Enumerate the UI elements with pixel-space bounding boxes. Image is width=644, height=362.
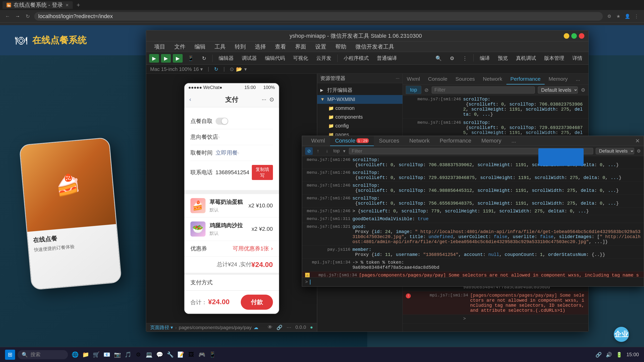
compile-btn-1[interactable]: ▶: [149, 54, 159, 63]
menu-goto[interactable]: 转到: [231, 41, 250, 52]
nav-more-btn[interactable]: ···: [262, 96, 266, 103]
res-more-icon[interactable]: ···: [396, 76, 399, 81]
taskbar-icon-game[interactable]: 🎮: [197, 350, 206, 359]
mode-selector[interactable]: 小程序模式: [341, 54, 372, 63]
pickup-toggle[interactable]: [216, 118, 228, 125]
visual-btn[interactable]: 可视化: [290, 54, 311, 63]
network-selector[interactable]: 普通编译: [374, 54, 400, 63]
minimize-button[interactable]: ─: [564, 33, 569, 39]
profile-icon[interactable]: 👤: [624, 13, 631, 20]
start-button[interactable]: ⊞: [5, 350, 15, 360]
pickup-time-arrow[interactable]: ›: [238, 150, 239, 156]
search-btn[interactable]: 🔍: [432, 54, 445, 63]
upload-btn[interactable]: 编译: [477, 54, 493, 63]
refresh-btn[interactable]: ↻: [199, 54, 209, 63]
back-chevron[interactable]: ‹: [189, 96, 191, 103]
taskbar-icon-notes[interactable]: 📝: [176, 350, 185, 359]
close-button[interactable]: ✕: [579, 33, 584, 39]
back-button[interactable]: ←: [4, 13, 11, 20]
menu-icon[interactable]: ⋮: [633, 13, 640, 20]
editor-btn[interactable]: 编辑器: [216, 54, 237, 63]
insp-tab-sources[interactable]: Sources: [452, 74, 479, 84]
overlay-tab-performance[interactable]: Performance: [435, 136, 476, 146]
taskbar-icon-phone[interactable]: 📱: [208, 350, 217, 359]
debugger-btn[interactable]: 调试器: [239, 54, 260, 63]
menu-wechat-tools[interactable]: 微信开发者工具: [351, 41, 398, 52]
menu-select[interactable]: 选择: [251, 41, 270, 52]
menu-tools[interactable]: 工具: [211, 41, 230, 52]
taskbar-icon-camera[interactable]: 📷: [113, 350, 122, 359]
ov-icon2[interactable]: ↑: [314, 147, 322, 155]
console-filter-input[interactable]: [432, 86, 535, 94]
details-btn[interactable]: 详情: [569, 54, 585, 63]
copy-button[interactable]: 复制填写: [252, 165, 273, 180]
ov-icon3[interactable]: ↓: [323, 147, 331, 155]
menu-file[interactable]: 文件: [170, 41, 189, 52]
pay-button[interactable]: 付款: [241, 295, 273, 310]
forward-button[interactable]: →: [14, 13, 21, 20]
tree-folder-components[interactable]: 📁 components: [317, 113, 403, 121]
taskbar-search[interactable]: 🔍 搜索: [18, 350, 68, 359]
insp-tab-performance[interactable]: Performance: [506, 74, 545, 84]
refresh-button[interactable]: ↻: [24, 13, 31, 20]
overlay-tab-more[interactable]: ...: [506, 136, 521, 146]
cloud-dev-btn[interactable]: 云开发: [313, 54, 334, 63]
ov-settings-icon[interactable]: ⚙: [637, 148, 641, 154]
overlay-tab-network[interactable]: Network: [404, 136, 435, 146]
taskbar-icon-folder[interactable]: 📁: [81, 350, 90, 359]
edit-code-btn[interactable]: 编辑代码: [262, 54, 288, 63]
console-level-select[interactable]: Default levels: [538, 86, 578, 94]
path-reload-icon[interactable]: ↻: [214, 66, 218, 72]
new-tab-button[interactable]: +: [75, 1, 82, 9]
taskbar-icon-mail[interactable]: 📧: [102, 350, 111, 359]
restaurant-arrow[interactable]: ›: [218, 134, 220, 140]
device-btn[interactable]: 📱: [185, 54, 197, 63]
extensions-icon[interactable]: ⚙: [606, 13, 613, 20]
insp-tab-network[interactable]: Network: [479, 74, 506, 84]
blue-overlay-button[interactable]: [538, 148, 584, 166]
overlay-tab-sources[interactable]: Sources: [374, 136, 404, 146]
path-more[interactable]: ▾: [244, 66, 247, 72]
version-btn[interactable]: 版本管理: [541, 54, 567, 63]
overlay-tab-memory[interactable]: Memory: [476, 136, 506, 146]
menu-edit[interactable]: 编辑: [190, 41, 210, 52]
menu-settings[interactable]: 设置: [311, 41, 330, 52]
tree-expand-editor[interactable]: ▶ 打开编辑器: [317, 85, 403, 95]
ov-no-icon[interactable]: ⊘: [305, 147, 313, 155]
nav-circle-btn[interactable]: ⊙: [269, 96, 274, 103]
path-pages[interactable]: 页面路径 ▾: [150, 324, 173, 331]
compile-btn-2[interactable]: ▶: [161, 54, 171, 63]
bookmark-icon[interactable]: ★: [615, 13, 622, 20]
inspect-element-btn[interactable]: 🔍: [588, 76, 588, 82]
menu-view[interactable]: 查看: [271, 41, 290, 52]
taskbar-icon-browser[interactable]: 🌐: [70, 350, 79, 359]
taskbar-icon-store[interactable]: 🛒: [92, 350, 101, 359]
pickup-time-value[interactable]: 立即用餐: [216, 149, 238, 157]
menu-help[interactable]: 帮助: [331, 41, 350, 52]
taskbar-icon-music[interactable]: 🎵: [123, 350, 132, 359]
taskbar-icon-vscode[interactable]: 🔧: [166, 350, 175, 359]
ov-level-select[interactable]: Default levels: [596, 148, 634, 154]
taskbar-icon-wechat[interactable]: 💬: [155, 350, 164, 359]
settings-btn[interactable]: ⚙: [447, 54, 457, 63]
console-settings-icon[interactable]: ⚙: [581, 87, 585, 93]
browser-tab-active[interactable]: 🍜 在线点餐系统 - 登录 ✕: [3, 1, 73, 9]
path-cloud-icon[interactable]: ☁: [254, 325, 258, 330]
console-clear-icon[interactable]: ⊘: [424, 87, 429, 93]
insp-tab-wxml[interactable]: Wxml: [403, 74, 424, 84]
taskbar-icon-settings[interactable]: ⚙: [134, 350, 143, 359]
more-btn[interactable]: ⋮: [459, 54, 470, 63]
path-link-icon[interactable]: 🔗: [276, 325, 283, 330]
real-debug-btn[interactable]: 真机调试: [513, 54, 539, 63]
path-eye-icon[interactable]: 👁: [268, 325, 272, 330]
path-expand[interactable]: 📂: [236, 66, 242, 72]
overlay-tab-console[interactable]: Console 1 · 29: [330, 136, 374, 146]
tree-folder-common[interactable]: 📁 common: [317, 104, 403, 113]
insp-tab-more[interactable]: ...: [572, 74, 584, 84]
maximize-button[interactable]: □: [571, 33, 577, 39]
overlay-tab-wxml[interactable]: Wxml: [306, 136, 330, 146]
menu-interface[interactable]: 界面: [291, 41, 310, 52]
tree-mp-wxmini[interactable]: ▼ MP-WXMINI: [317, 95, 403, 104]
overlay-close-btn[interactable]: ✕: [635, 138, 640, 144]
address-bar[interactable]: localhost/login?redirect=/index: [34, 12, 603, 21]
